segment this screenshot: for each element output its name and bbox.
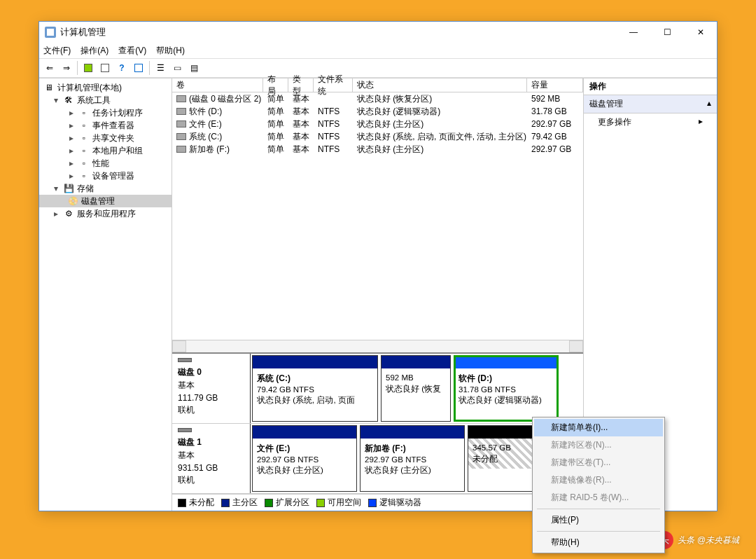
context-menu-item: 新建跨区卷(N)...	[534, 436, 663, 454]
legend-item: 逻辑驱动器	[368, 497, 421, 509]
volume-row[interactable]: 文件 (E:)简单基本NTFS状态良好 (主分区)292.97 GB	[172, 118, 583, 130]
tree-item-label: 设备管理器	[92, 170, 134, 182]
partition-body: 系统 (C:)79.42 GB NTFS状态良好 (系统, 启动, 页面	[253, 368, 377, 410]
tree-item-label: 事件查看器	[92, 120, 134, 132]
menu-file[interactable]: 文件(F)	[43, 45, 71, 57]
col-type[interactable]: 类型	[288, 78, 314, 92]
context-menu[interactable]: 新建简单卷(I)...新建跨区卷(N)...新建带区卷(T)...新建镜像卷(R…	[532, 417, 665, 553]
partition[interactable]: 文件 (E:)292.97 GB NTFS状态良好 (主分区)	[252, 425, 357, 492]
volume-icon	[176, 133, 186, 140]
expand-icon[interactable]: ▸	[67, 171, 76, 181]
tree-item-icon: ▫	[78, 158, 90, 169]
watermark: 头头条 @未央暮城	[655, 529, 739, 549]
toolbar-settings-icon[interactable]: ▤	[186, 60, 202, 76]
expand-icon[interactable]: ▸	[67, 133, 76, 143]
menu-view[interactable]: 查看(V)	[118, 45, 146, 57]
tree-item[interactable]: ▸▫事件查看器	[39, 119, 172, 132]
disk-map[interactable]: 磁盘 0基本111.79 GB联机系统 (C:)79.42 GB NTFS状态良…	[172, 352, 583, 494]
partition[interactable]: 系统 (C:)79.42 GB NTFS状态良好 (系统, 启动, 页面	[252, 355, 378, 422]
actions-more[interactable]: 更多操作 ▸	[584, 113, 717, 131]
partition-bar	[253, 356, 377, 368]
tree-services[interactable]: 服务和应用程序	[77, 208, 136, 220]
app-icon	[45, 27, 56, 38]
expand-icon[interactable]: ▸	[67, 108, 76, 118]
tree-item[interactable]: ▸▫设备管理器	[39, 170, 172, 182]
menubar[interactable]: 文件(F) 操作(A) 查看(V) 帮助(H)	[39, 43, 717, 58]
actions-section[interactable]: 磁盘管理 ▴	[584, 95, 717, 113]
volume-row[interactable]: 系统 (C:)简单基本NTFS状态良好 (系统, 启动, 页面文件, 活动, 主…	[172, 130, 583, 143]
volume-icon	[176, 146, 186, 153]
tree-item-icon: ▫	[78, 145, 90, 156]
legend-color	[221, 499, 230, 507]
tree-root[interactable]: 计算机管理(本地)	[57, 82, 122, 94]
col-filesys[interactable]: 文件系统	[314, 78, 353, 92]
expand-icon[interactable]: ▸	[67, 120, 76, 130]
actions-section-label: 磁盘管理	[589, 98, 623, 110]
menu-action[interactable]: 操作(A)	[80, 45, 108, 57]
navigation-tree[interactable]: 🖥计算机管理(本地) ▾🛠系统工具 ▸▫任务计划程序▸▫事件查看器▸▫共享文件夹…	[39, 78, 172, 511]
disk-icon: 📀	[67, 195, 78, 207]
maximize-button[interactable]: ☐	[657, 24, 678, 41]
nav-forward-button[interactable]: ⇒	[59, 60, 74, 76]
context-menu-item: 新建 RAID-5 卷(W)...	[534, 489, 663, 506]
tree-item-label: 共享文件夹	[92, 132, 134, 144]
col-capacity[interactable]: 容量	[527, 78, 583, 92]
close-button[interactable]: ✕	[690, 24, 711, 41]
disk-icon	[178, 358, 192, 362]
disk-icon	[178, 428, 192, 432]
tree-item-icon: ▫	[78, 170, 90, 181]
volume-row[interactable]: 新加卷 (F:)简单基本NTFS状态良好 (主分区)292.97 GB	[172, 143, 583, 156]
volume-row[interactable]: 软件 (D:)简单基本NTFS状态良好 (逻辑驱动器)31.78 GB	[172, 105, 583, 118]
tree-system-tools[interactable]: 系统工具	[77, 95, 111, 106]
legend-color	[178, 499, 186, 507]
titlebar[interactable]: 计算机管理 — ☐ ✕	[39, 22, 717, 43]
tree-disk-management[interactable]: 磁盘管理	[81, 195, 115, 207]
tree-item-icon: ▫	[78, 107, 90, 118]
actions-header: 操作	[584, 78, 717, 95]
disk-info[interactable]: 磁盘 1基本931.51 GB联机	[172, 424, 251, 493]
context-menu-item[interactable]: 帮助(H)	[534, 534, 663, 551]
col-layout[interactable]: 布局	[263, 78, 288, 92]
toolbar-list-icon[interactable]: ☰	[153, 60, 168, 76]
collapse-icon[interactable]: ▴	[707, 98, 711, 110]
toolbar-show-icon[interactable]	[80, 60, 96, 76]
partition[interactable]: 592 MB状态良好 (恢复	[381, 355, 451, 422]
volume-list[interactable]: (磁盘 0 磁盘分区 2)简单基本状态良好 (恢复分区)592 MB软件 (D:…	[172, 92, 583, 340]
expand-icon[interactable]: ▾	[52, 95, 60, 105]
context-menu-item[interactable]: 属性(P)	[534, 511, 663, 529]
toolbar-help-icon[interactable]: ?	[114, 60, 130, 76]
tree-item-label: 任务计划程序	[92, 107, 143, 119]
legend-color	[265, 499, 273, 507]
partition-bar	[382, 356, 450, 368]
minimize-button[interactable]: —	[623, 24, 644, 41]
volume-row[interactable]: (磁盘 0 磁盘分区 2)简单基本状态良好 (恢复分区)592 MB	[172, 92, 583, 105]
menu-help[interactable]: 帮助(H)	[156, 45, 185, 57]
toolbar-props-icon[interactable]	[97, 60, 113, 76]
col-status[interactable]: 状态	[353, 78, 527, 92]
context-menu-item[interactable]: 新建简单卷(I)...	[534, 419, 663, 436]
volume-icon	[176, 120, 186, 127]
legend-item: 主分区	[221, 497, 258, 509]
col-volume[interactable]: 卷	[172, 78, 263, 92]
expand-icon[interactable]: ▸	[67, 158, 76, 168]
toolbar-detail-icon[interactable]: ▭	[169, 60, 185, 76]
volume-list-header[interactable]: 卷 布局 类型 文件系统 状态 容量	[172, 78, 583, 92]
partition[interactable]: 软件 (D:)31.78 GB NTFS状态良好 (逻辑驱动器)	[454, 355, 559, 422]
tree-item[interactable]: ▸▫性能	[39, 157, 172, 170]
toolbar-refresh-icon[interactable]	[131, 60, 146, 76]
horizontal-scrollbar[interactable]	[172, 340, 583, 352]
tree-item[interactable]: ▸▫任务计划程序	[39, 106, 172, 119]
nav-back-button[interactable]: ⇐	[42, 60, 57, 76]
tree-item[interactable]: ▸▫共享文件夹	[39, 132, 172, 144]
tree-storage[interactable]: 存储	[77, 183, 94, 195]
expand-icon[interactable]: ▸	[67, 146, 76, 156]
tree-item-icon: ▫	[78, 132, 90, 144]
partition[interactable]: 新加卷 (F:)292.97 GB NTFS状态良好 (主分区)	[360, 425, 465, 492]
main-panel: 卷 布局 类型 文件系统 状态 容量 (磁盘 0 磁盘分区 2)简单基本状态良好…	[172, 78, 584, 511]
disk-info[interactable]: 磁盘 0基本111.79 GB联机	[172, 354, 251, 423]
expand-icon[interactable]: ▸	[52, 209, 60, 219]
expand-icon[interactable]: ▾	[52, 184, 60, 193]
tree-item[interactable]: ▸▫本地用户和组	[39, 144, 172, 157]
chevron-right-icon: ▸	[699, 116, 703, 128]
legend-label: 逻辑驱动器	[379, 497, 421, 509]
